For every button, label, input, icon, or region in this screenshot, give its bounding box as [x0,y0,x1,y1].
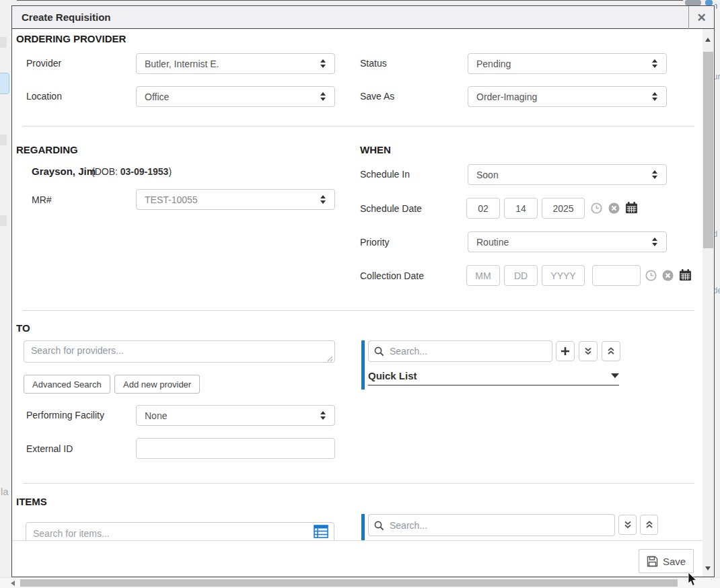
collection-time-input[interactable] [592,265,641,286]
status-select[interactable]: Pending [468,53,667,74]
provider-quick-search [368,340,552,362]
location-select[interactable]: Office [136,86,335,107]
modal-header[interactable]: Create Requisition ✕ [12,6,714,29]
background-fragment [0,37,7,48]
background-text-fragment: la [1,486,9,497]
mr-select-value: TEST-10055 [145,194,320,205]
item-quick-search-input[interactable] [368,514,615,536]
section-title-to: TO [16,322,30,334]
horizontal-scrollbar-thumb[interactable] [20,579,678,587]
double-chevron-up-icon [645,520,654,529]
modal-footer: Save [12,540,703,577]
add-provider-list-button[interactable] [556,341,575,361]
advanced-search-button[interactable]: Advanced Search [24,375,110,394]
vertical-scrollbar-thumb[interactable] [703,52,713,248]
scroll-left-arrow-icon[interactable] [11,581,15,586]
schedule-month-input[interactable] [466,198,500,219]
mr-select[interactable]: TEST-10055 [136,189,335,210]
collection-date-clear-icon[interactable] [662,270,674,281]
close-icon: ✕ [696,12,706,24]
schedule-in-value: Soon [476,170,651,180]
save-icon [647,556,658,567]
collection-month-input[interactable] [466,265,500,286]
close-button[interactable]: ✕ [688,6,714,29]
item-browse-table-icon[interactable] [314,525,328,538]
quick-list-header[interactable]: Quick List [368,366,619,385]
performing-facility-select[interactable]: None [136,405,335,426]
caret-down-icon [611,373,619,378]
quick-panel-accent-bar [361,514,365,540]
background-right-strip: n ur d de [715,0,720,577]
schedule-date-label: Schedule Date [360,203,422,214]
background-fragment [0,215,7,226]
background-button-fragment [0,73,9,94]
quick-list-title: Quick List [368,370,417,381]
updown-arrows-icon [320,59,326,69]
collection-date-calendar-icon[interactable] [679,269,692,281]
modal-body: ORDERING PROVIDER Provider Butler, Inter… [12,30,703,540]
section-title-when: WHEN [360,144,391,155]
page-horizontal-scrollbar[interactable] [0,577,720,588]
background-fragment-box [685,0,701,5]
search-icon [374,346,384,357]
schedule-year-input[interactable] [542,198,585,219]
item-search-input[interactable] [26,522,334,540]
save-as-label: Save As [360,91,394,102]
collection-date-label: Collection Date [360,270,424,281]
items-expand-all-button[interactable] [618,515,637,535]
modal-vertical-scrollbar[interactable] [703,29,714,577]
external-id-input[interactable] [136,438,335,459]
items-collapse-all-button[interactable] [640,515,658,535]
updown-arrows-icon [651,91,658,102]
provider-quick-search-input[interactable] [368,340,552,362]
search-icon [374,521,384,531]
quick-panel-accent-bar [361,340,365,390]
section-divider [23,483,694,484]
scroll-up-arrow-icon[interactable] [705,38,711,42]
dob-value: 03-09-1953 [120,166,169,177]
schedule-date-calendar-icon[interactable] [625,202,638,214]
collection-year-input[interactable] [542,265,585,286]
background-fragment [0,135,7,145]
collapse-all-button[interactable] [602,341,620,361]
schedule-in-label: Schedule In [360,169,410,180]
schedule-day-input[interactable] [504,198,538,219]
updown-arrows-icon [651,237,658,247]
updown-arrows-icon [651,170,658,180]
section-title-regarding: REGARDING [16,144,78,155]
background-text-fragment: n [715,1,717,11]
priority-label: Priority [360,237,390,248]
priority-select-value: Routine [476,237,651,248]
section-divider [23,310,694,311]
provider-select-value: Butler, Internist E. [145,59,320,69]
background-text-fragment: de [715,285,720,295]
double-chevron-up-icon [606,346,616,356]
updown-arrows-icon [651,59,658,69]
collection-day-input[interactable] [504,265,538,286]
scroll-down-arrow-icon[interactable] [705,566,711,571]
schedule-time-clock-icon[interactable] [591,203,602,214]
performing-facility-value: None [145,410,320,421]
section-title-ordering-provider: ORDERING PROVIDER [16,33,126,44]
screen: la n ur d de Create Requisition ✕ ORDERI… [0,0,720,588]
save-as-select[interactable]: Order-Imaging [468,86,667,107]
expand-all-button[interactable] [579,341,598,361]
patient-name: Grayson, Jim [32,166,96,177]
priority-select[interactable]: Routine [468,231,667,252]
schedule-in-select[interactable]: Soon [468,164,667,185]
schedule-date-clear-icon[interactable] [608,203,620,214]
double-chevron-down-icon [583,346,593,356]
background-text-fragment: d [715,229,717,239]
save-button[interactable]: Save [639,549,694,573]
external-id-label: External ID [26,443,73,454]
mr-label: MR# [32,194,52,205]
plus-icon [561,346,570,356]
modal-title: Create Requisition [12,11,111,23]
collection-time-clock-icon[interactable] [645,270,657,281]
provider-select[interactable]: Butler, Internist E. [136,53,335,74]
mouse-cursor [688,573,697,587]
provider-search-textarea[interactable] [24,340,335,363]
add-new-provider-button[interactable]: Add new provider [114,375,200,394]
status-select-value: Pending [476,59,651,69]
save-button-label: Save [663,556,686,567]
